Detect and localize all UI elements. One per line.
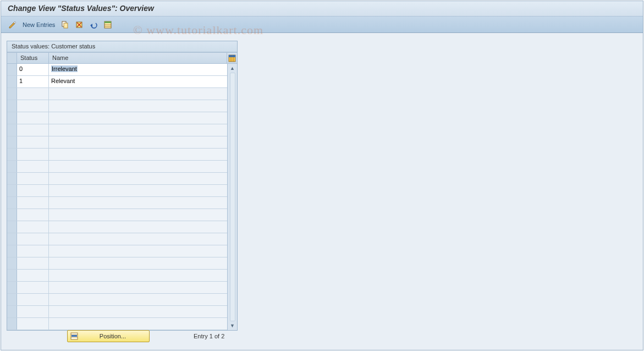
cell-name[interactable] [49,100,227,112]
cell-status[interactable] [17,209,49,221]
cell-status[interactable] [17,245,49,257]
table-row[interactable] [7,173,227,185]
row-selector[interactable] [7,185,17,196]
cell-name[interactable] [49,270,227,281]
cell-status[interactable] [17,88,49,100]
table-row[interactable] [7,245,227,257]
cell-name[interactable] [49,318,227,330]
cell-name[interactable] [49,209,227,221]
row-selector[interactable] [7,233,17,245]
row-selector[interactable] [7,282,17,293]
row-selector[interactable] [7,270,17,281]
column-header-status[interactable]: Status [17,53,49,63]
cell-status[interactable] [17,306,49,317]
cell-name[interactable] [49,185,227,196]
row-selector[interactable] [7,112,17,124]
cell-status[interactable] [17,318,49,330]
cell-name[interactable] [49,112,227,124]
cell-name[interactable] [49,233,227,245]
cell-name[interactable] [49,197,227,209]
row-selector[interactable] [7,88,17,100]
cell-name[interactable] [49,257,227,269]
table-row[interactable] [7,233,227,245]
row-selector[interactable] [7,306,17,317]
cell-name[interactable] [49,88,227,100]
table-row[interactable] [7,221,227,233]
table-row[interactable] [7,318,227,330]
table-row[interactable] [7,306,227,318]
row-selector[interactable] [7,245,17,257]
row-selector[interactable] [7,257,17,269]
table-row[interactable] [7,185,227,197]
cell-status[interactable] [17,257,49,269]
scroll-down-icon[interactable]: ▼ [229,322,236,329]
table-row[interactable] [7,197,227,209]
toggle-display-change-button[interactable] [7,19,19,30]
table-row[interactable] [7,257,227,270]
cell-status[interactable] [17,221,49,233]
cell-status[interactable] [17,161,49,172]
cell-status[interactable]: 0 [17,64,49,75]
table-row[interactable] [7,282,227,294]
table-row[interactable] [7,270,227,282]
row-selector[interactable] [7,136,17,148]
table-row[interactable] [7,149,227,161]
table-row[interactable]: 0Irrelevant [7,64,227,76]
table-row[interactable] [7,161,227,173]
table-row[interactable] [7,294,227,306]
table-row[interactable] [7,136,227,149]
scroll-up-icon[interactable]: ▲ [229,65,236,72]
row-selector[interactable] [7,318,17,330]
table-row[interactable] [7,112,227,124]
cell-name[interactable] [49,306,227,317]
row-selector[interactable] [7,294,17,305]
cell-name[interactable] [49,294,227,305]
row-selector[interactable] [7,197,17,209]
cell-status[interactable] [17,124,49,136]
row-selector[interactable] [7,76,17,87]
cell-status[interactable]: 1 [17,76,49,87]
cell-status[interactable] [17,233,49,245]
table-row[interactable]: 1Relevant [7,76,227,88]
table-row[interactable] [7,100,227,112]
row-selector[interactable] [7,149,17,160]
cell-name[interactable]: Relevant [49,76,227,87]
cell-name[interactable] [49,173,227,184]
row-selector[interactable] [7,209,17,221]
cell-status[interactable] [17,112,49,124]
cell-status[interactable] [17,197,49,209]
cell-name[interactable] [49,282,227,293]
cell-status[interactable] [17,185,49,196]
row-selector[interactable] [7,124,17,136]
copy-as-button[interactable] [59,19,71,30]
configure-columns-button[interactable] [227,53,237,63]
cell-status[interactable] [17,136,49,148]
cell-status[interactable] [17,173,49,184]
cell-name[interactable] [49,221,227,233]
row-selector[interactable] [7,221,17,233]
cell-name[interactable] [49,149,227,160]
cell-status[interactable] [17,294,49,305]
cell-status[interactable] [17,282,49,293]
cell-name[interactable] [49,245,227,257]
cell-status[interactable] [17,100,49,112]
cell-name[interactable]: Irrelevant [49,64,227,75]
table-row[interactable] [7,209,227,221]
row-selector[interactable] [7,64,17,75]
column-selector[interactable] [7,53,17,63]
delete-button[interactable] [73,19,85,30]
undo-change-button[interactable] [87,19,100,30]
row-selector[interactable] [7,161,17,172]
table-row[interactable] [7,88,227,100]
cell-name[interactable] [49,124,227,136]
vertical-scrollbar[interactable]: ▲ ▼ [227,64,237,330]
cell-name[interactable] [49,161,227,172]
cell-status[interactable] [17,149,49,160]
table-row[interactable] [7,124,227,136]
cell-status[interactable] [17,270,49,281]
column-header-name[interactable]: Name [49,53,227,63]
row-selector[interactable] [7,173,17,184]
select-all-button[interactable] [102,19,114,30]
new-entries-button[interactable]: New Entries [21,19,57,30]
cell-name[interactable] [49,136,227,148]
